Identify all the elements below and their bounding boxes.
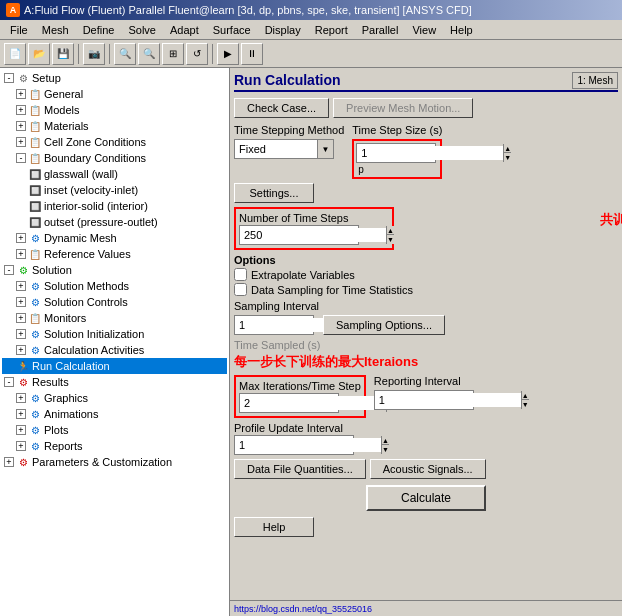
menu-adapt[interactable]: Adapt xyxy=(164,23,205,37)
toggle-reports[interactable]: + xyxy=(16,441,26,451)
menu-view[interactable]: View xyxy=(406,23,442,37)
toggle-boundary[interactable]: - xyxy=(16,153,26,163)
menu-report[interactable]: Report xyxy=(309,23,354,37)
toolbar-sep2 xyxy=(109,44,110,64)
profile-update-input[interactable] xyxy=(235,438,381,452)
reporting-interval-up[interactable]: ▲ xyxy=(522,391,529,400)
tree-item-run-calc[interactable]: 🏃 Run Calculation xyxy=(2,358,227,374)
toggle-ref[interactable]: + xyxy=(16,249,26,259)
preview-btn[interactable]: Preview Mesh Motion... xyxy=(333,98,473,118)
toggle-graphics[interactable]: + xyxy=(16,393,26,403)
status-bar: https://blog.csdn.net/qq_35525016 xyxy=(230,600,622,616)
toggle-dynamic[interactable]: + xyxy=(16,233,26,243)
data-file-row: Data File Quantities... Acoustic Signals… xyxy=(234,459,618,479)
time-step-size-input[interactable] xyxy=(357,146,503,160)
time-stepping-arrow[interactable]: ▼ xyxy=(317,140,333,158)
tree-item-setup[interactable]: - ⚙ Setup xyxy=(2,70,227,86)
menu-solve[interactable]: Solve xyxy=(122,23,162,37)
profile-update-up[interactable]: ▲ xyxy=(382,436,389,445)
tree-item-sol-init[interactable]: + ⚙ Solution Initialization xyxy=(2,326,227,342)
time-stepping-dropdown[interactable]: Fixed ▼ xyxy=(234,139,334,159)
tree-item-materials[interactable]: + 📋 Materials xyxy=(2,118,227,134)
num-time-steps-down[interactable]: ▼ xyxy=(387,235,394,244)
check-case-button[interactable]: Check Case... xyxy=(234,98,329,118)
tree-item-ref-values[interactable]: + 📋 Reference Values xyxy=(2,246,227,262)
toggle-sol-init[interactable]: + xyxy=(16,329,26,339)
menu-display[interactable]: Display xyxy=(259,23,307,37)
sampling-interval-container: ▲ ▼ xyxy=(234,315,314,335)
time-step-size-group: Time Step Size (s) ▲ ▼ p xyxy=(352,124,442,179)
max-iter-input[interactable] xyxy=(240,396,386,410)
toggle-models[interactable]: + xyxy=(16,105,26,115)
menu-mesh[interactable]: Mesh xyxy=(36,23,75,37)
toggle-general[interactable]: + xyxy=(16,89,26,99)
toggle-animations[interactable]: + xyxy=(16,409,26,419)
tree-item-outset[interactable]: 🔲 outset (pressure-outlet) xyxy=(2,214,227,230)
tree-item-monitors[interactable]: + 📋 Monitors xyxy=(2,310,227,326)
tree-item-glasswall[interactable]: 🔲 glasswall (wall) xyxy=(2,166,227,182)
toolbar-zoom-in[interactable]: 🔍 xyxy=(114,43,136,65)
toggle-calc-act[interactable]: + xyxy=(16,345,26,355)
data-file-button[interactable]: Data File Quantities... xyxy=(234,459,366,479)
toolbar-zoom-out[interactable]: 🔍 xyxy=(138,43,160,65)
acoustic-button[interactable]: Acoustic Signals... xyxy=(370,459,486,479)
tree-item-params[interactable]: + ⚙ Parameters & Customization xyxy=(2,454,227,470)
toggle-plots[interactable]: + xyxy=(16,425,26,435)
solution-icon: ⚙ xyxy=(16,263,30,277)
toolbar-play[interactable]: ▶ xyxy=(217,43,239,65)
menu-help[interactable]: Help xyxy=(444,23,479,37)
tree-item-sol-methods[interactable]: + ⚙ Solution Methods xyxy=(2,278,227,294)
toolbar-rotate[interactable]: ↺ xyxy=(186,43,208,65)
calc-act-icon: ⚙ xyxy=(28,343,42,357)
tree-item-calc-act[interactable]: + ⚙ Calculation Activities xyxy=(2,342,227,358)
tree-item-interior[interactable]: 🔲 interior-solid (interior) xyxy=(2,198,227,214)
outset-icon: 🔲 xyxy=(28,215,42,229)
toggle-sol-methods[interactable]: + xyxy=(16,281,26,291)
tree-item-graphics[interactable]: + ⚙ Graphics xyxy=(2,390,227,406)
toggle-solution[interactable]: - xyxy=(4,265,14,275)
toolbar-open[interactable]: 📂 xyxy=(28,43,50,65)
extrapolate-checkbox[interactable] xyxy=(234,268,247,281)
toolbar-screenshot[interactable]: 📷 xyxy=(83,43,105,65)
menu-parallel[interactable]: Parallel xyxy=(356,23,405,37)
tree-item-plots[interactable]: + ⚙ Plots xyxy=(2,422,227,438)
tree-item-animations[interactable]: + ⚙ Animations xyxy=(2,406,227,422)
tree-item-models[interactable]: + 📋 Models xyxy=(2,102,227,118)
toggle-setup[interactable]: - xyxy=(4,73,14,83)
tree-item-inset[interactable]: 🔲 inset (velocity-inlet) xyxy=(2,182,227,198)
toggle-materials[interactable]: + xyxy=(16,121,26,131)
toolbar-pause[interactable]: ⏸ xyxy=(241,43,263,65)
toggle-monitors[interactable]: + xyxy=(16,313,26,323)
menu-surface[interactable]: Surface xyxy=(207,23,257,37)
num-time-steps-input[interactable] xyxy=(240,228,386,242)
time-step-size-down[interactable]: ▼ xyxy=(504,153,511,162)
menu-file[interactable]: File xyxy=(4,23,34,37)
tree-item-cell-zone[interactable]: + 📋 Cell Zone Conditions xyxy=(2,134,227,150)
time-step-size-up[interactable]: ▲ xyxy=(504,144,511,153)
calculate-button[interactable]: Calculate xyxy=(366,485,486,511)
toolbar-save[interactable]: 💾 xyxy=(52,43,74,65)
reporting-interval-input[interactable] xyxy=(375,393,521,407)
tree-item-reports[interactable]: + ⚙ Reports xyxy=(2,438,227,454)
sampling-options-button[interactable]: Sampling Options... xyxy=(323,315,445,335)
help-button[interactable]: Help xyxy=(234,517,314,537)
toggle-params[interactable]: + xyxy=(4,457,14,467)
toggle-sol-controls[interactable]: + xyxy=(16,297,26,307)
tree-item-boundary[interactable]: - 📋 Boundary Conditions xyxy=(2,150,227,166)
tree-item-sol-controls[interactable]: + ⚙ Solution Controls xyxy=(2,294,227,310)
toolbar-fit[interactable]: ⊞ xyxy=(162,43,184,65)
toggle-cell-zone[interactable]: + xyxy=(16,137,26,147)
tree-item-general[interactable]: + 📋 General xyxy=(2,86,227,102)
tree-item-dynamic[interactable]: + ⚙ Dynamic Mesh xyxy=(2,230,227,246)
data-sampling-checkbox[interactable] xyxy=(234,283,247,296)
profile-update-down[interactable]: ▼ xyxy=(382,445,389,454)
toggle-results[interactable]: - xyxy=(4,377,14,387)
menu-define[interactable]: Define xyxy=(77,23,121,37)
reporting-interval-down[interactable]: ▼ xyxy=(522,400,529,409)
toolbar-new[interactable]: 📄 xyxy=(4,43,26,65)
settings-button[interactable]: Settings... xyxy=(234,183,314,203)
num-time-steps-up[interactable]: ▲ xyxy=(387,226,394,235)
cell-zone-label: Cell Zone Conditions xyxy=(44,136,146,148)
tree-item-solution[interactable]: - ⚙ Solution xyxy=(2,262,227,278)
tree-item-results[interactable]: - ⚙ Results xyxy=(2,374,227,390)
